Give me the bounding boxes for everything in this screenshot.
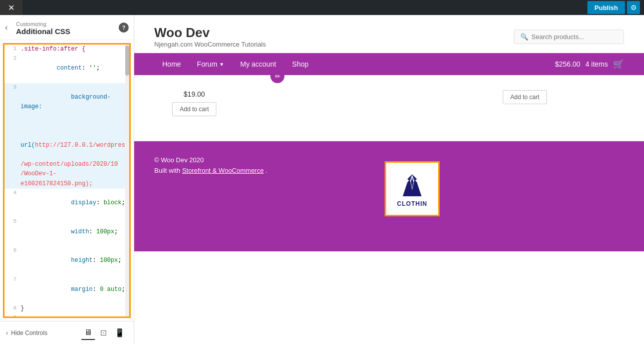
footer-logo: CLOTHIN (385, 161, 440, 216)
panel-back-button[interactable]: ‹ (0, 17, 13, 38)
nav-home[interactable]: Home (154, 53, 189, 75)
cart-items-count: 4 items (585, 60, 608, 68)
code-line-5: 5 width: 100px; (5, 217, 129, 246)
search-input[interactable] (531, 33, 617, 41)
product-card-2: Add to cart (485, 85, 565, 121)
footer-storefront-link[interactable]: Storefront & WooCommerce (182, 167, 264, 174)
products-section: $19.00 Add to cart Add to cart (134, 75, 644, 141)
nav-links: Home Forum ▼ My account Shop (154, 53, 316, 75)
code-line-3c: /wp-content/uploads/2020/10 (5, 160, 129, 169)
code-line-1: 1 .site-info:after { (5, 45, 129, 54)
code-line-6: 6 height: 100px; (5, 246, 129, 275)
close-icon: ✕ (8, 3, 15, 13)
code-line-3d: /WooDev-1-e1602617824150.png); (5, 169, 129, 188)
css-editor[interactable]: 1 .site-info:after { 2 content: ''; 3 ba… (3, 43, 131, 318)
edit-nav-button[interactable]: ✏ (270, 69, 284, 83)
add-to-cart-button-1[interactable]: Add to cart (172, 102, 216, 116)
code-content[interactable]: 1 .site-info:after { 2 content: ''; 3 ba… (5, 45, 129, 316)
nav-forum[interactable]: Forum ▼ (189, 53, 232, 75)
logo-suit-icon (400, 170, 425, 200)
close-button[interactable]: ✕ (0, 0, 23, 15)
code-line-3b: url(http://127.0.0.1/wordpress (5, 122, 129, 160)
search-box[interactable]: 🔍 (514, 30, 624, 44)
add-to-cart-button-2[interactable]: Add to cart (503, 90, 547, 104)
site-branding: Woo Dev Njengah.com WooCommerce Tutorial… (154, 25, 266, 48)
mobile-button[interactable]: 📱 (112, 326, 128, 340)
site-title: Woo Dev (154, 25, 266, 41)
panel-header: ‹ Customizing Additional CSS ? (0, 15, 134, 40)
product-price-1: $19.00 (159, 90, 229, 98)
hide-controls-label: Hide Controls (11, 329, 48, 336)
gear-icon: ⚙ (630, 4, 637, 12)
gear-button[interactable]: ⚙ (627, 1, 640, 14)
scrollbar-thumb[interactable] (125, 46, 129, 76)
nav-shop[interactable]: Shop (284, 53, 316, 75)
cart-total: $256.00 (555, 60, 580, 68)
product-card-1: $19.00 Add to cart (154, 85, 234, 121)
top-bar: ✕ Publish ⚙ (0, 0, 644, 15)
code-line-8: 8 } (5, 304, 129, 313)
site-footer: © Woo Dev 2020 Built with Storefront & W… (134, 141, 644, 251)
code-line-2: 2 content: ''; (5, 54, 129, 83)
site-header: Woo Dev Njengah.com WooCommerce Tutorial… (134, 15, 644, 53)
tablet-icon: ⊡ (100, 328, 107, 337)
cart-icon: 🛒 (613, 59, 624, 70)
code-line-9: 9 (5, 313, 129, 316)
mobile-icon: 📱 (115, 328, 125, 337)
customizer-panel: ‹ Customizing Additional CSS ? 1 .site-i… (0, 15, 134, 344)
site-navigation: Home Forum ▼ My account Shop $256.00 4 i… (134, 53, 644, 75)
code-line-7: 7 margin: 0 auto; (5, 275, 129, 304)
code-line-4: 4 display: block; (5, 189, 129, 218)
cart-area[interactable]: $256.00 4 items 🛒 (555, 59, 624, 70)
code-line-3: 3 background-image: (5, 83, 129, 122)
tablet-button[interactable]: ⊡ (97, 326, 110, 340)
help-button[interactable]: ? (119, 23, 129, 33)
help-icon: ? (122, 25, 126, 31)
panel-title: Additional CSS (16, 27, 126, 36)
preview-area: Woo Dev Njengah.com WooCommerce Tutorial… (134, 15, 644, 344)
desktop-button[interactable]: 🖥 (81, 326, 95, 340)
hide-controls-arrow: ‹ (6, 329, 8, 336)
back-icon: ‹ (5, 23, 8, 32)
products-grid: $19.00 Add to cart Add to cart (154, 85, 624, 121)
logo-text: CLOTHIN (397, 200, 427, 207)
bottom-controls: ‹ Hide Controls 🖥 ⊡ 📱 (0, 321, 134, 344)
customizing-label: Customizing (16, 21, 126, 27)
forum-dropdown-icon: ▼ (219, 62, 224, 67)
hide-controls-button[interactable]: ‹ Hide Controls (6, 329, 48, 336)
desktop-icon: 🖥 (84, 328, 92, 336)
publish-button[interactable]: Publish (587, 1, 625, 14)
scrollbar[interactable] (125, 45, 129, 316)
search-icon: 🔍 (520, 33, 528, 41)
device-buttons: 🖥 ⊡ 📱 (81, 326, 128, 340)
site-description: Njengah.com WooCommerce Tutorials (154, 41, 266, 48)
